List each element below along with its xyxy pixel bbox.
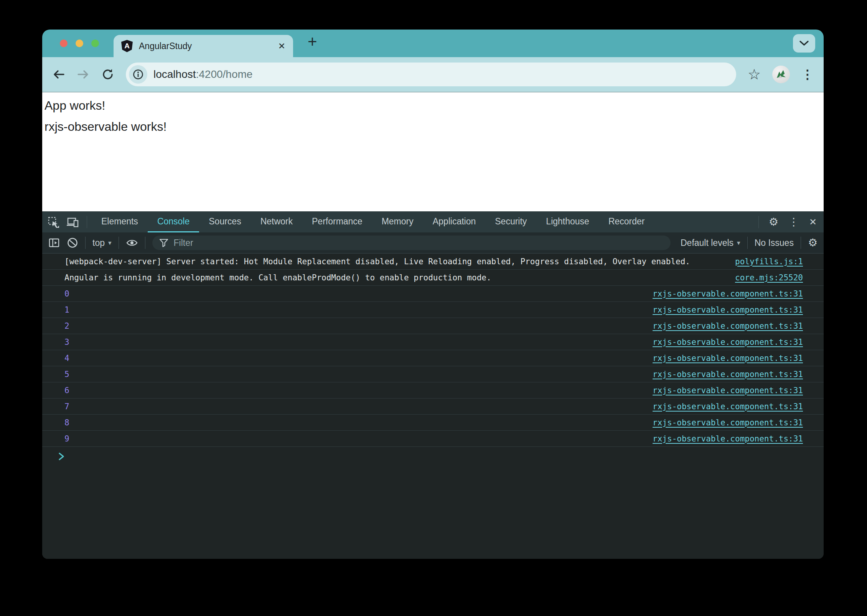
forward-icon (77, 68, 90, 81)
devtools-settings-gear-icon[interactable]: ⚙ (769, 217, 778, 227)
console-filter-input[interactable] (173, 237, 664, 249)
devtools-tab-network[interactable]: Network (251, 211, 302, 232)
forward-button[interactable] (77, 68, 90, 81)
console-source-link[interactable]: rxjs-observable.component.ts:31 (653, 370, 803, 379)
console-message-row: 0rxjs-observable.component.ts:31 (42, 286, 824, 302)
angular-logo-icon: A (121, 40, 133, 52)
clear-console-button[interactable] (67, 237, 78, 249)
console-source-link[interactable]: rxjs-observable.component.ts:31 (653, 418, 803, 427)
url-text: localhost:4200/home (153, 68, 252, 81)
console-message-text: 8 (64, 418, 69, 427)
back-icon (52, 68, 65, 81)
browser-toolbar: localhost:4200/home ☆ ⋮ (42, 57, 824, 92)
close-window-button[interactable] (60, 40, 68, 47)
console-toolbar: top▾ Default levels▾ No Issues ⚙ (42, 232, 824, 254)
clear-console-icon (67, 237, 78, 249)
window-titlebar: A AngularStudy ✕ + (42, 30, 824, 57)
info-icon (132, 69, 144, 80)
divider (119, 237, 119, 249)
tab-search-button[interactable] (793, 34, 815, 53)
devtools-tab-memory[interactable]: Memory (372, 211, 423, 232)
inspect-cursor-icon (48, 216, 59, 228)
bookmark-star-button[interactable]: ☆ (748, 67, 761, 82)
console-context-selector[interactable]: top▾ (92, 238, 112, 248)
console-message-row: 3rxjs-observable.component.ts:31 (42, 334, 824, 350)
console-prompt[interactable] (42, 447, 824, 461)
console-message-row: 2rxjs-observable.component.ts:31 (42, 318, 824, 334)
console-message-row: [webpack-dev-server] Server started: Hot… (42, 254, 824, 270)
divider (145, 237, 145, 249)
app-works-text: App works! (45, 99, 816, 113)
devtools-tabbar: ElementsConsoleSourcesNetworkPerformance… (42, 211, 824, 232)
divider (801, 237, 801, 249)
back-button[interactable] (52, 68, 65, 81)
console-sidebar-toggle-button[interactable] (48, 237, 60, 248)
new-tab-button[interactable]: + (308, 33, 317, 51)
site-info-button[interactable] (129, 65, 147, 84)
console-source-link[interactable]: rxjs-observable.component.ts:31 (653, 338, 803, 347)
caret-down-icon: ▾ (108, 239, 112, 247)
console-source-link[interactable]: rxjs-observable.component.ts:31 (653, 386, 803, 395)
console-message-row: 1rxjs-observable.component.ts:31 (42, 302, 824, 318)
devtools-tab-sources[interactable]: Sources (199, 211, 251, 232)
device-toolbar-icon (67, 216, 79, 228)
browser-menu-button[interactable]: ⋮ (801, 68, 814, 81)
create-live-expression-button[interactable] (126, 238, 138, 248)
tab-title: AngularStudy (139, 41, 278, 51)
console-source-link[interactable]: rxjs-observable.component.ts:31 (653, 321, 803, 331)
devtools-tab-security[interactable]: Security (485, 211, 536, 232)
console-levels-dropdown[interactable]: Default levels▾ (681, 238, 740, 248)
devtools-menu-icon[interactable]: ⋮ (788, 217, 799, 227)
console-message-text: Angular is running in development mode. … (64, 273, 726, 282)
console-message-text: 3 (64, 338, 69, 347)
console-source-link[interactable]: polyfills.js:1 (735, 257, 803, 266)
eye-icon (126, 238, 138, 248)
console-message-row: 7rxjs-observable.component.ts:31 (42, 399, 824, 415)
console-settings-gear-icon[interactable]: ⚙ (808, 237, 818, 248)
reload-button[interactable] (101, 68, 114, 81)
devtools-tab-console[interactable]: Console (148, 211, 199, 232)
devtools-close-icon[interactable]: ✕ (809, 217, 817, 227)
rxjs-observable-works-text: rxjs-observable works! (45, 120, 816, 134)
minimize-window-button[interactable] (76, 40, 83, 47)
console-source-link[interactable]: rxjs-observable.component.ts:31 (653, 305, 803, 315)
console-message-text: 5 (64, 370, 69, 379)
profile-avatar[interactable] (772, 66, 790, 83)
devtools-tab-recorder[interactable]: Recorder (599, 211, 654, 232)
avatar-image (775, 69, 787, 79)
devtools-tab-elements[interactable]: Elements (92, 211, 148, 232)
zoom-window-button[interactable] (91, 40, 99, 47)
reload-icon (101, 68, 114, 81)
console-message-text: 1 (64, 305, 69, 315)
devtools-tabbar-icons (48, 211, 87, 232)
console-source-link[interactable]: rxjs-observable.component.ts:31 (653, 402, 803, 411)
console-source-link[interactable]: rxjs-observable.component.ts:31 (653, 434, 803, 443)
console-source-link[interactable]: rxjs-observable.component.ts:31 (653, 289, 803, 298)
devtools-tab-performance[interactable]: Performance (302, 211, 372, 232)
console-message-row: 8rxjs-observable.component.ts:31 (42, 415, 824, 431)
devtools-tabs: ElementsConsoleSourcesNetworkPerformance… (92, 211, 654, 232)
console-filter-box[interactable] (152, 236, 671, 250)
console-message-text: 0 (64, 289, 69, 298)
console-source-link[interactable]: rxjs-observable.component.ts:31 (653, 354, 803, 363)
console-sidebar-icon (48, 237, 60, 248)
divider (758, 216, 759, 228)
browser-tab[interactable]: A AngularStudy ✕ (114, 35, 293, 57)
console-source-link[interactable]: core.mjs:25520 (735, 273, 803, 282)
tab-close-icon[interactable]: ✕ (278, 41, 285, 51)
console-message-row: 9rxjs-observable.component.ts:31 (42, 431, 824, 447)
issues-counter[interactable]: No Issues (755, 238, 794, 248)
console-message-row: 6rxjs-observable.component.ts:31 (42, 382, 824, 399)
devtools-tab-application[interactable]: Application (423, 211, 486, 232)
address-bar[interactable]: localhost:4200/home (126, 63, 736, 86)
console-message-row: 5rxjs-observable.component.ts:31 (42, 366, 824, 382)
caret-down-icon: ▾ (737, 239, 740, 247)
devtools-tab-lighthouse[interactable]: Lighthouse (536, 211, 599, 232)
console-message-text: 7 (64, 402, 69, 411)
url-path: :4200/home (196, 68, 253, 80)
console-message-row: Angular is running in development mode. … (42, 270, 824, 286)
console-message-text: [webpack-dev-server] Server started: Hot… (64, 257, 726, 266)
console-output: [webpack-dev-server] Server started: Hot… (42, 254, 824, 559)
toggle-device-toolbar-button[interactable] (67, 216, 79, 228)
inspect-element-button[interactable] (48, 216, 59, 228)
